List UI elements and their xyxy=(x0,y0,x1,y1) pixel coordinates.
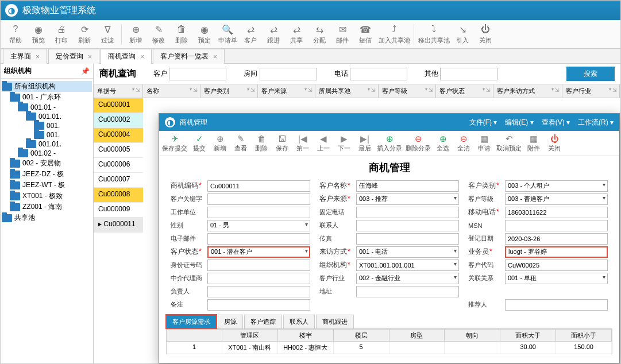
subtab-房源[interactable]: 房源 xyxy=(218,315,243,328)
grid-header-cell[interactable]: 客户类别⇲ xyxy=(200,84,258,98)
toolbar-分配[interactable]: ⇆分配 xyxy=(308,21,331,48)
keyword-field[interactable] xyxy=(207,193,310,205)
id-field[interactable] xyxy=(207,260,310,271)
tree-item[interactable]: JEEZ-WT - 极 xyxy=(2,180,92,191)
tab-商机查询[interactable]: 商机查询× xyxy=(101,49,152,64)
msn-field[interactable] xyxy=(505,220,608,231)
toolbar-加入共享池[interactable]: ⤴加入共享池 xyxy=(377,21,411,48)
visit-select[interactable] xyxy=(356,246,459,258)
grid-row[interactable]: Cu000004 xyxy=(94,128,143,143)
tel-field[interactable] xyxy=(356,207,459,218)
grid-row[interactable]: Cu000005 xyxy=(94,143,143,158)
menu-文件(F)[interactable]: 文件(F) ▾ xyxy=(469,118,497,127)
grid-header-cell[interactable]: 客户来访方式⇲ xyxy=(493,84,562,98)
category-select[interactable] xyxy=(505,180,608,192)
dlg-tb-关闭[interactable]: ⏻关闭 xyxy=(544,134,565,153)
search-button[interactable]: 搜索 xyxy=(566,67,615,81)
toolbar-引入[interactable]: ↘引入 xyxy=(451,21,474,48)
sub-cell[interactable]: 150.00 xyxy=(556,342,612,354)
menu-工作流(R)[interactable]: 工作流(R) ▾ xyxy=(578,118,614,127)
menu-编辑(E)[interactable]: 编辑(E) ▾ xyxy=(505,118,533,127)
subtab-商机跟进[interactable]: 商机跟进 xyxy=(316,315,354,328)
grid-row[interactable]: Cu000009 xyxy=(94,203,143,218)
sub-cell[interactable]: HH002 - 惠恒大 xyxy=(278,342,334,354)
tab-客户资料一览表[interactable]: 客户资料一览表× xyxy=(153,49,225,64)
email-field[interactable] xyxy=(207,233,310,245)
work-field[interactable] xyxy=(207,207,310,218)
dlg-tb-删除分录[interactable]: ⊖删除分录 xyxy=(404,134,433,153)
toolbar-预览[interactable]: ◉预览 xyxy=(27,21,50,48)
status-select[interactable] xyxy=(207,246,310,258)
toolbar-邮件[interactable]: ✉邮件 xyxy=(331,21,354,48)
toolbar-修改[interactable]: ✎修改 xyxy=(147,21,170,48)
sub-grid-row[interactable]: 1XT001 - 南山科HH002 - 惠恒大530.00150.00 xyxy=(166,342,612,354)
grid-header-cell[interactable]: 客户等级⇲ xyxy=(379,84,436,98)
toolbar-过滤[interactable]: ∇过滤 xyxy=(96,21,119,48)
subtab-客户追踪[interactable]: 客户追踪 xyxy=(244,315,282,328)
toolbar-短信[interactable]: ☎短信 xyxy=(354,21,377,48)
menu-查看(V)[interactable]: 查看(V) ▾ xyxy=(542,118,570,127)
sub-cell[interactable] xyxy=(389,342,445,354)
dialog-titlebar[interactable]: ◑ 商机管理 文件(F) ▾编辑(E) ▾查看(V) ▾工作流(R) ▾ xyxy=(159,114,619,131)
toolbar-移出共享池[interactable]: ⤵移出共享池 xyxy=(416,21,451,48)
dlg-tb-查看[interactable]: ✎查看 xyxy=(230,134,251,153)
sub-cell[interactable]: 1 xyxy=(167,342,222,354)
tab-定价查询[interactable]: 定价查询× xyxy=(48,49,99,64)
dlg-tb-保存[interactable]: 🖫保存 xyxy=(272,134,292,153)
close-icon[interactable]: × xyxy=(140,53,144,61)
mobile-field[interactable] xyxy=(505,207,608,218)
toolbar-删除[interactable]: 🗑删除 xyxy=(170,21,193,48)
dlg-tb-上一[interactable]: ◀上一 xyxy=(313,134,334,153)
name-field[interactable] xyxy=(356,180,459,192)
level-select[interactable] xyxy=(505,193,608,205)
dlg-tb-取消预定[interactable]: ↶取消预定 xyxy=(495,134,523,153)
toolbar-共享[interactable]: ⇄共享 xyxy=(285,21,308,48)
tree-item[interactable]: 所有组织机构 xyxy=(2,81,92,92)
sub-cell[interactable]: XT001 - 南山科 xyxy=(222,342,278,354)
tree-item[interactable]: 001.01. xyxy=(2,112,92,121)
tree-item[interactable]: XT001 - 极致 xyxy=(2,191,92,202)
sub-cell[interactable]: 30.00 xyxy=(500,342,556,354)
toolbar-预定[interactable]: ◉预定 xyxy=(193,21,216,48)
tree-item[interactable]: 001.01. xyxy=(2,140,92,149)
dlg-tb-插入分录[interactable]: ⊕插入分录 xyxy=(375,134,404,153)
tab-主界面[interactable]: 主界面× xyxy=(3,49,47,64)
grid-row[interactable]: Cu000002 xyxy=(94,113,143,128)
toolbar-帮助[interactable]: ?帮助 xyxy=(4,21,27,48)
date-field[interactable] xyxy=(505,233,608,245)
relation-select[interactable] xyxy=(505,273,608,284)
tree-item[interactable]: 共享池 xyxy=(2,212,92,223)
agent-field[interactable] xyxy=(207,273,310,284)
addr-field[interactable] xyxy=(356,286,459,297)
dlg-tb-第一[interactable]: |◀第一 xyxy=(292,134,313,153)
tree-item[interactable]: 001.02 - xyxy=(2,149,92,158)
toolbar-申请单[interactable]: 🔍申请单 xyxy=(216,21,239,48)
dlg-tb-保存提交[interactable]: ✈保存提交 xyxy=(160,134,189,153)
tree-item[interactable]: ZZ001 - 海南 xyxy=(2,202,92,212)
room-input[interactable] xyxy=(260,68,317,80)
phone-input[interactable] xyxy=(350,68,407,80)
tree-item[interactable]: 001. xyxy=(2,130,92,140)
grid-row[interactable]: Cu000008 xyxy=(94,188,143,203)
dlg-tb-全清[interactable]: ⊖全清 xyxy=(453,134,474,153)
sex-select[interactable] xyxy=(207,220,310,231)
toolbar-刷新[interactable]: ⟳刷新 xyxy=(73,21,96,48)
dlg-tb-删除[interactable]: 🗑删除 xyxy=(251,134,272,153)
ref-field[interactable] xyxy=(505,299,608,311)
dlg-tb-提交[interactable]: ✓提交 xyxy=(189,134,210,153)
sub-cell[interactable]: 5 xyxy=(334,342,389,354)
dlg-tb-全选[interactable]: ⊕全选 xyxy=(433,134,453,153)
pin-icon[interactable]: 📌 xyxy=(81,67,90,75)
dlg-tb-新增[interactable]: ⊕新增 xyxy=(210,134,230,153)
industry-select[interactable] xyxy=(356,273,459,284)
contact-field[interactable] xyxy=(356,220,459,231)
dlg-tb-申请[interactable]: ▦申请 xyxy=(474,134,495,153)
subtab-客户房源需求[interactable]: 客户房源需求 xyxy=(166,315,217,328)
source-select[interactable] xyxy=(356,193,459,205)
toolbar-新增[interactable]: ⊕新增 xyxy=(124,21,147,48)
customer-input[interactable] xyxy=(169,68,226,80)
tree-item[interactable]: 001. xyxy=(2,121,92,130)
other-input[interactable] xyxy=(440,68,497,80)
grid-header-cell[interactable]: 名称⇲ xyxy=(143,84,200,98)
subtab-联系人[interactable]: 联系人 xyxy=(283,315,315,328)
